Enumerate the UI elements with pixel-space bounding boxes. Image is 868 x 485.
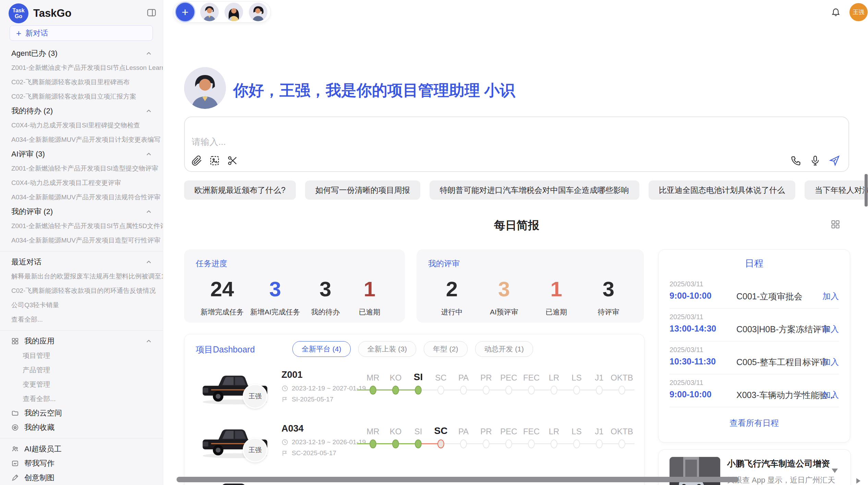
- logo-line1: Task: [12, 8, 24, 13]
- attach-icon[interactable]: [191, 155, 203, 166]
- people-icon: [11, 445, 19, 453]
- list-item[interactable]: C0X4-动力总成开发项目SI里程碑提交物检查: [0, 118, 163, 133]
- horizontal-scrollbar[interactable]: [177, 477, 739, 482]
- new-chat-button[interactable]: + 新对话: [10, 25, 153, 41]
- milestone-label: LS: [571, 373, 581, 383]
- sidebar-item-ai-super-staff[interactable]: AI超级员工: [0, 442, 163, 456]
- section-label: Agent已办 (3): [11, 48, 58, 59]
- user-avatar[interactable]: 王强: [849, 3, 868, 21]
- sidebar-item-change-mgmt[interactable]: 变更管理: [0, 377, 163, 391]
- view-all-chats-link[interactable]: 查看全部...: [0, 312, 163, 327]
- list-item[interactable]: C02-飞腾新能源轻客改款项目里程碑画布: [0, 75, 163, 89]
- send-icon[interactable]: [829, 155, 840, 166]
- join-link[interactable]: 加入: [822, 389, 839, 400]
- sidebar-item-creative-drawing[interactable]: 创意制图: [0, 471, 163, 485]
- favorites-medal-icon: [11, 424, 19, 431]
- milestone-label: OKTB: [611, 427, 633, 436]
- project-dates: 2023-12-19 ~ 2026-01-19: [281, 438, 366, 446]
- list-item[interactable]: 公司Q3轻卡销量: [0, 298, 163, 312]
- voice-call-icon[interactable]: [790, 155, 802, 166]
- image-icon[interactable]: [209, 155, 220, 166]
- project-row[interactable]: 王强 Z001 2023-12-19 ~ 2027-01-19 SI-2025-…: [184, 367, 644, 422]
- section-header-agent-done[interactable]: Agent已办 (3): [0, 46, 163, 61]
- notifications-bell-icon[interactable]: [831, 7, 841, 16]
- view-all-schedule-link[interactable]: 查看所有日程: [659, 418, 850, 428]
- sidebar-collapse-icon[interactable]: [146, 8, 157, 18]
- schedule-event-title: C003|H0B-方案冻结评审: [736, 324, 830, 335]
- list-item[interactable]: C02-飞腾新能源轻客改款项目的闭环通告反馈情况: [0, 284, 163, 298]
- layout-grid-icon[interactable]: [830, 219, 841, 229]
- list-item[interactable]: C02-飞腾新能源轻客改款项目立项汇报方案: [0, 89, 163, 104]
- join-link[interactable]: 加入: [822, 357, 839, 368]
- stat-pending-review: 3待评审: [590, 276, 627, 317]
- scissors-icon[interactable]: [227, 155, 238, 166]
- join-link[interactable]: 加入: [822, 291, 839, 302]
- sidebar-item-favorites[interactable]: 我的收藏: [0, 420, 163, 435]
- filter-chip[interactable]: 全新上装 (3): [358, 341, 417, 357]
- schedule-event-title: X003-车辆动力学性能验...: [736, 389, 835, 401]
- milestone-dot: [437, 386, 444, 395]
- section-header-my-todo[interactable]: 我的待办 (2): [0, 104, 163, 118]
- suggestion-chip[interactable]: 欧洲新规最近颁布了什么?: [184, 181, 296, 200]
- list-item[interactable]: 解释最新出台的欧盟报废车法规再生塑料比例被调至15%...: [0, 269, 163, 284]
- section-header-my-review[interactable]: 我的评审 (2): [0, 204, 163, 219]
- schedule-date: 2025/03/11: [670, 313, 839, 321]
- view-all-apps-link[interactable]: 查看全部...: [0, 391, 163, 406]
- vertical-scrollbar[interactable]: [865, 174, 868, 207]
- milestone-label-current: SC: [434, 425, 448, 436]
- flag-icon: [281, 396, 288, 403]
- suggestion-chip[interactable]: 如何写一份清晰的项目周报: [305, 181, 420, 200]
- schedule-event-title: C001-立项审批会: [736, 291, 803, 302]
- avatar[interactable]: [200, 3, 219, 21]
- join-link[interactable]: 加入: [822, 324, 839, 335]
- sidebar-item-help-me-write[interactable]: 帮我写作: [0, 456, 163, 471]
- stat-new-ai-completed: 3新增AI完成任务: [250, 276, 300, 317]
- stat-overdue: 1已逾期: [538, 276, 575, 317]
- milestone-timeline: MR KO SI SC PA PR PEC FEC LR LS J1 OKTB: [357, 421, 635, 458]
- project-row[interactable]: 王强 A034 2023-12-19 ~ 2026-01-19 SC-2025-…: [184, 421, 644, 475]
- new-chat-label: 新对话: [25, 28, 48, 38]
- list-item[interactable]: Z001-全新燃油皮卡产品开发项目SI节点Lesson Learn报告: [0, 61, 163, 75]
- schedule-time: 13:00-14:30: [670, 324, 716, 334]
- milestone-dot-done: [370, 439, 376, 448]
- sidebar-item-project-mgmt[interactable]: 项目管理: [0, 348, 163, 363]
- suggestion-chip[interactable]: 当下年轻人对汽车外观有怎样的喜好趋势: [805, 181, 868, 200]
- list-item[interactable]: A034-全新新能源MUV产品开发项目法规符合性评审: [0, 190, 163, 204]
- microphone-icon[interactable]: [809, 155, 821, 166]
- filter-chip-active[interactable]: 全新平台 (4): [292, 341, 351, 357]
- avatar[interactable]: [225, 3, 243, 21]
- scroll-right-arrow[interactable]: [856, 478, 860, 484]
- sidebar-item-my-apps[interactable]: 我的应用: [0, 334, 163, 348]
- sidebar-item-product-mgmt[interactable]: 产品管理: [0, 363, 163, 377]
- project-name: A034: [281, 423, 304, 434]
- milestone-label: FEC: [523, 373, 540, 383]
- scroll-down-arrow[interactable]: [832, 469, 838, 473]
- milestone-label: PEC: [500, 373, 517, 383]
- writing-icon: [11, 460, 19, 467]
- milestone-dot: [573, 439, 580, 448]
- list-item[interactable]: Z001-全新燃油轻卡产品开发项目SI节点属性5D文件评审: [0, 219, 163, 233]
- section-header-ai-review[interactable]: AI评审 (3): [0, 147, 163, 161]
- list-item[interactable]: C0X4-动力总成开发项目工程变更评审: [0, 176, 163, 190]
- milestone-label: PR: [480, 373, 492, 383]
- milestone-label: LS: [571, 427, 581, 436]
- project-flag-date: SC-2025-05-17: [281, 449, 336, 457]
- schedule-date: 2025/03/11: [670, 346, 839, 354]
- suggestion-chip[interactable]: 比亚迪全固态电池计划具体说了什么: [649, 181, 795, 200]
- filter-chip[interactable]: 动总开发 (1): [475, 341, 533, 357]
- schedule-card: 日程 2025/03/11 9:00-10:00 C001-立项审批会 加入 2…: [658, 249, 850, 443]
- project-owner-badge: 王强: [243, 438, 267, 462]
- list-item[interactable]: A034-全新新能源MUV产品开发项目造型可行性评审: [0, 233, 163, 248]
- project-dates: 2023-12-19 ~ 2027-01-19: [281, 385, 366, 392]
- suggestion-chip[interactable]: 特朗普可能对进口汽车增税会对中国车企造成哪些影响: [430, 181, 639, 200]
- avatar[interactable]: [249, 3, 267, 21]
- list-item[interactable]: A034-全新新能源MUV产品开发项目计划变更表编写: [0, 133, 163, 147]
- chat-input-box[interactable]: 请输入...: [184, 116, 849, 172]
- sidebar-item-cloud-space[interactable]: 我的云空间: [0, 406, 163, 420]
- list-item[interactable]: Z001-全新燃油轻卡产品开发项目SI造型提交物评审: [0, 161, 163, 176]
- milestone-dot: [528, 386, 535, 395]
- add-agent-button[interactable]: +: [176, 3, 194, 21]
- section-header-recent-chats[interactable]: 最近对话: [0, 255, 163, 269]
- filter-chip[interactable]: 年型 (2): [424, 341, 468, 357]
- schedule-item: 2025/03/11 13:00-14:30 C003|H0B-方案冻结评审 加…: [670, 309, 839, 341]
